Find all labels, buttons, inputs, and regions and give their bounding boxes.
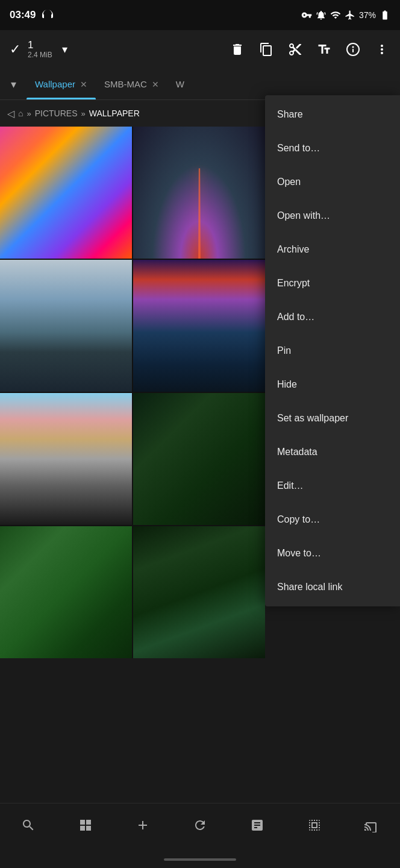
info-icon	[346, 42, 360, 57]
image-abstract	[0, 127, 132, 259]
image-cell-4[interactable]	[133, 260, 265, 392]
more-button[interactable]	[369, 36, 395, 63]
menu-item-encrypt[interactable]: Encrypt	[265, 266, 400, 300]
image-blades	[133, 526, 265, 658]
text-icon	[317, 42, 331, 57]
breadcrumb-home-icon[interactable]: ⌂	[18, 108, 23, 118]
image-cell-7[interactable]	[0, 526, 132, 658]
menu-share-label: Share	[277, 109, 303, 120]
menu-archive-label: Archive	[277, 244, 309, 255]
tab-wallpaper[interactable]: Wallpaper ✕	[27, 69, 96, 99]
menu-edit-label: Edit…	[277, 480, 304, 491]
menu-item-archive[interactable]: Archive	[265, 233, 400, 266]
count-number: 1	[28, 40, 33, 51]
menu-move-to-label: Move to…	[277, 548, 321, 559]
menu-add-to-label: Add to…	[277, 312, 314, 322]
breadcrumb-back[interactable]: ◁	[7, 108, 14, 119]
menu-item-pin[interactable]: Pin	[265, 334, 400, 368]
menu-hide-label: Hide	[277, 379, 297, 390]
delete-button[interactable]	[224, 36, 251, 63]
tab-collapse-button[interactable]: ▾	[0, 69, 27, 99]
tab-w-label: W	[176, 79, 184, 89]
menu-item-open[interactable]: Open	[265, 165, 400, 199]
image-cell-3[interactable]	[0, 260, 132, 392]
image-mountains	[0, 260, 132, 392]
grid-button[interactable]	[70, 810, 101, 841]
check-button[interactable]: ✓	[5, 37, 25, 62]
sort-button[interactable]	[242, 810, 273, 841]
tab-smb-mac-close[interactable]: ✕	[152, 80, 159, 89]
tab-w[interactable]: W	[167, 69, 193, 99]
time-display: 03:49	[10, 9, 36, 21]
menu-item-share-local-link[interactable]: Share local link	[265, 570, 400, 604]
image-cell-8[interactable]	[133, 526, 265, 658]
delete-icon	[230, 42, 245, 57]
tab-wallpaper-close[interactable]: ✕	[80, 80, 87, 89]
image-cell-1[interactable]	[0, 127, 132, 259]
add-icon	[136, 818, 150, 832]
cast-button[interactable]	[355, 810, 387, 841]
wifi-icon	[330, 10, 341, 20]
dropdown-arrow[interactable]: ▾	[57, 38, 72, 61]
info-button[interactable]	[340, 36, 366, 63]
menu-encrypt-label: Encrypt	[277, 278, 310, 289]
menu-item-add-to[interactable]: Add to…	[265, 300, 400, 334]
battery-icon	[380, 10, 390, 20]
menu-item-open-with[interactable]: Open with…	[265, 199, 400, 233]
status-right: 37%	[301, 10, 390, 20]
headphone-icon	[40, 8, 55, 22]
cut-button[interactable]	[282, 36, 308, 63]
menu-item-move-to[interactable]: Move to…	[265, 536, 400, 570]
bottom-bar	[0, 803, 400, 846]
menu-item-hide[interactable]: Hide	[265, 368, 400, 401]
copy-button[interactable]	[253, 36, 280, 63]
add-button[interactable]	[127, 810, 158, 841]
status-bar: 03:49 37%	[0, 0, 400, 30]
menu-item-set-wallpaper[interactable]: Set as wallpaper	[265, 401, 400, 435]
search-button[interactable]	[13, 810, 44, 841]
more-icon	[375, 42, 389, 57]
key-icon	[301, 10, 312, 20]
tab-smb-mac-label: SMB-MAC	[104, 79, 147, 89]
toolbar: ✓ 1 2.4 MiB ▾	[0, 30, 400, 69]
image-cell-2[interactable]	[133, 127, 265, 259]
airplane-icon	[345, 10, 355, 20]
image-leaves-green	[0, 526, 132, 658]
menu-item-copy-to[interactable]: Copy to…	[265, 503, 400, 536]
nav-indicator	[164, 858, 236, 861]
grid-icon	[78, 818, 93, 832]
sort-icon	[250, 818, 264, 832]
menu-copy-to-label: Copy to…	[277, 514, 320, 525]
select-icon	[307, 818, 322, 832]
copy-icon	[259, 42, 273, 57]
text-button[interactable]	[311, 36, 337, 63]
image-peak	[133, 260, 265, 392]
selection-count: 1 2.4 MiB	[28, 40, 52, 60]
breadcrumb-pictures[interactable]: PICTURES	[35, 108, 78, 118]
image-highway	[133, 127, 265, 259]
context-menu: Share Send to… Open Open with… Archive E…	[265, 95, 400, 606]
menu-set-wallpaper-label: Set as wallpaper	[277, 413, 348, 424]
image-cell-6[interactable]	[133, 393, 265, 525]
select-button[interactable]	[299, 810, 330, 841]
menu-open-with-label: Open with…	[277, 210, 330, 221]
image-cell-5[interactable]	[0, 393, 132, 525]
menu-item-edit[interactable]: Edit…	[265, 469, 400, 503]
battery-display: 37%	[359, 10, 376, 20]
breadcrumb-sep-2: »	[81, 109, 86, 118]
search-icon	[21, 818, 36, 832]
tab-smb-mac[interactable]: SMB-MAC ✕	[96, 69, 167, 99]
menu-share-local-link-label: Share local link	[277, 582, 343, 593]
breadcrumb-wallpaper[interactable]: WALLPAPER	[89, 108, 140, 118]
menu-item-metadata[interactable]: Metadata	[265, 435, 400, 469]
menu-item-send-to[interactable]: Send to…	[265, 131, 400, 165]
menu-metadata-label: Metadata	[277, 447, 317, 458]
menu-send-to-label: Send to…	[277, 143, 320, 154]
menu-item-share[interactable]: Share	[265, 98, 400, 131]
cut-icon	[288, 42, 302, 57]
breadcrumb-sep-1: »	[27, 109, 31, 118]
cast-icon	[364, 818, 378, 832]
refresh-button[interactable]	[184, 810, 216, 841]
image-grid	[0, 127, 265, 658]
status-left: 03:49	[10, 8, 55, 22]
